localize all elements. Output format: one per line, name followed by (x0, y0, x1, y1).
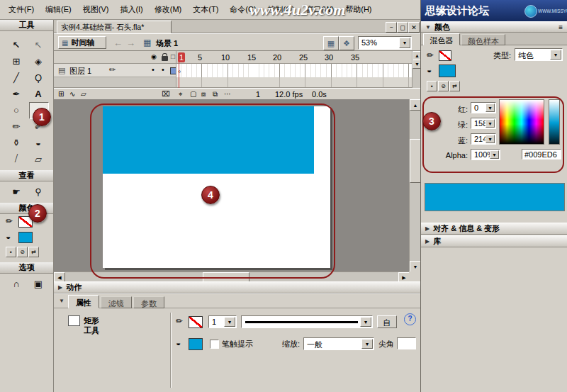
mixer-stroke-swatch[interactable] (439, 50, 451, 61)
zoom-dropdown-arrow-icon[interactable]: ▾ (399, 38, 410, 48)
scale-combobox[interactable]: 一般 ▾ (303, 337, 374, 350)
eyedropper-tool[interactable]: ⧸ (7, 151, 26, 167)
oval-tool[interactable]: ○ (7, 102, 26, 118)
motion-guide-icon[interactable]: ∿ (69, 90, 75, 98)
doc-minimize-button[interactable]: － (386, 22, 397, 33)
fill-color-swatch[interactable] (18, 232, 33, 243)
mixer-fill-swatch[interactable] (439, 65, 456, 77)
mixer-default-colors-button[interactable]: ▪ (427, 81, 437, 91)
stroke-height-arrow-icon[interactable]: ▾ (224, 317, 235, 327)
menu-view[interactable]: 视图(V) (77, 3, 115, 16)
green-input[interactable]: 158 ▾ (471, 118, 496, 129)
scroll-down-icon[interactable]: ▼ (410, 261, 421, 272)
free-transform-tool[interactable]: ⊞ (7, 53, 26, 69)
center-frame-icon[interactable]: ⌖ (179, 90, 183, 99)
tab-properties[interactable]: 属性 (68, 295, 99, 308)
alpha-input[interactable]: 100% ▾ (471, 149, 500, 160)
panel-menu-icon[interactable]: ≡ (558, 23, 563, 31)
document-tab[interactable]: 实例4.基础绘画- 石头.fla* (57, 21, 172, 33)
stroke-height-combobox[interactable]: 1 ▾ (208, 315, 237, 328)
type-combobox[interactable]: 纯色 ▾ (515, 48, 563, 61)
canvas-vertical-scrollbar[interactable]: ▲ ▼ (409, 99, 420, 271)
zoom-combobox[interactable]: 53% ▾ (358, 36, 412, 50)
custom-stroke-button[interactable]: 自 (377, 315, 397, 328)
doc-restore-button[interactable]: ◻ (397, 22, 408, 33)
edit-multiple-frames-icon[interactable]: ⧉ (213, 90, 218, 99)
tab-filters[interactable]: 滤镜 (101, 296, 132, 308)
lock-icon[interactable] (162, 56, 168, 61)
zoom-tool[interactable]: ⚲ (29, 184, 47, 199)
lasso-tool[interactable]: Ϙ (29, 69, 47, 85)
swap-colors-button[interactable]: ⇄ (28, 247, 39, 257)
frame-ruler[interactable]: 1 5 10 15 20 25 30 35 (176, 51, 412, 64)
pen-tool[interactable]: ✒ (7, 86, 26, 101)
modify-markers-icon[interactable]: ⋯ (224, 90, 231, 98)
edit-scene-button[interactable]: ▦ (323, 36, 339, 50)
paint-bucket-tool[interactable]: ◒ (29, 135, 47, 150)
actions-panel-header[interactable]: ▶ 动作 (54, 281, 420, 293)
alpha-spinner-icon[interactable]: ▾ (490, 150, 499, 159)
selection-tool[interactable]: ↖ (7, 37, 26, 52)
tab-color-swatches[interactable]: 颜色样本 (461, 34, 505, 45)
text-tool[interactable]: A (29, 86, 47, 101)
no-color-button[interactable]: ⊘ (17, 247, 28, 257)
green-spinner-icon[interactable]: ▾ (485, 119, 495, 128)
ink-bottle-tool[interactable]: ⚱ (7, 135, 26, 150)
blue-input[interactable]: 214 ▾ (471, 133, 496, 145)
tab-parameters[interactable]: 参数 (133, 296, 164, 308)
canvas-horizontal-scrollbar[interactable]: ◀ ▶ (54, 271, 409, 281)
history-forward-button[interactable]: → (126, 38, 135, 48)
vertical-scroll-thumb[interactable] (410, 139, 421, 183)
scene-name-label[interactable]: 场景 1 (156, 38, 178, 49)
stroke-style-combobox[interactable]: ▾ (241, 315, 373, 328)
outline-view-icon[interactable]: □ (171, 52, 175, 60)
onion-skin-icon[interactable]: ▢ (190, 90, 196, 98)
object-drawing-button[interactable]: ▣ (29, 276, 47, 291)
library-panel-header[interactable]: ▶ 库 (421, 235, 567, 247)
miter-input[interactable] (397, 337, 416, 349)
timeline-toggle-button[interactable]: ▦ 时间轴 (58, 36, 106, 49)
layer-name-label[interactable]: 图层 1 (69, 66, 91, 77)
delete-layer-icon[interactable]: ⌧ (162, 90, 170, 98)
collapse-down-icon[interactable]: ▼ (59, 298, 64, 304)
tab-color-mixer[interactable]: 混色器 (423, 33, 460, 45)
layer-frames-strip[interactable]: ∘ (176, 64, 412, 77)
timeline-scrollbar[interactable]: ▲ ▼ (412, 51, 420, 88)
mixer-swap-colors-button[interactable]: ⇄ (449, 81, 460, 91)
default-colors-button[interactable]: ▪ (6, 247, 16, 257)
layer-visibility-dot-icon[interactable]: • (152, 65, 155, 74)
insert-layer-icon[interactable]: ⊞ (58, 90, 64, 98)
subselection-tool[interactable]: ↖ (29, 37, 47, 52)
red-input[interactable]: 0 ▾ (471, 102, 496, 113)
hex-input[interactable]: #009ED6 (522, 149, 561, 159)
menu-edit[interactable]: 编辑(E) (40, 3, 77, 16)
mixer-no-color-button[interactable]: ⊘ (438, 81, 449, 91)
layer-lock-dot-icon[interactable]: • (162, 65, 164, 74)
color-panel-header[interactable]: ▼ 颜色 ≡ (421, 21, 567, 33)
line-tool[interactable]: ╱ (7, 69, 26, 85)
menu-text[interactable]: 文本(T) (187, 3, 224, 16)
eraser-tool[interactable]: ▱ (29, 151, 47, 167)
scroll-up-icon[interactable]: ▲ (410, 99, 421, 111)
history-back-button[interactable]: ← (113, 38, 123, 48)
playhead-line[interactable] (179, 52, 179, 88)
type-arrow-icon[interactable]: ▾ (550, 50, 561, 60)
menu-file[interactable]: 文件(F) (3, 3, 40, 16)
insert-folder-icon[interactable]: ▱ (81, 90, 86, 98)
layer-row[interactable]: ▤ 图层 1 ✏ • • (54, 64, 176, 77)
pencil-tool[interactable]: ✏ (7, 118, 26, 134)
align-info-transform-panel-header[interactable]: ▶ 对齐 & 信息 & 变形 (421, 223, 567, 235)
frame-rate-value[interactable]: 12.0 fps (275, 90, 303, 99)
help-button[interactable]: ? (404, 313, 416, 325)
menu-insert[interactable]: 插入(I) (114, 3, 148, 16)
blue-spinner-icon[interactable]: ▾ (485, 135, 495, 143)
color-spectrum-picker[interactable] (499, 99, 544, 145)
hand-tool[interactable]: ☛ (7, 184, 26, 199)
stroke-hint-checkbox[interactable] (210, 340, 219, 349)
menu-modify[interactable]: 修改(M) (149, 3, 188, 16)
red-spinner-icon[interactable]: ▾ (485, 103, 495, 112)
onion-outline-icon[interactable]: ⧈ (201, 90, 206, 99)
stroke-style-arrow-icon[interactable]: ▾ (360, 317, 371, 327)
brightness-slider[interactable] (549, 99, 560, 145)
show-hide-eye-icon[interactable]: ◉ (151, 53, 157, 60)
